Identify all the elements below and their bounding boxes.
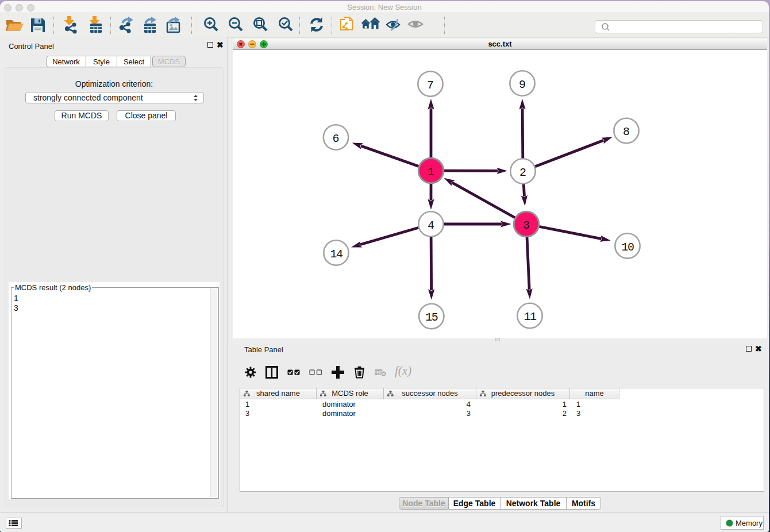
svg-text:15: 15 <box>425 311 438 324</box>
svg-text:4: 4 <box>428 219 434 232</box>
svg-text:11: 11 <box>523 310 537 323</box>
svg-text:6: 6 <box>332 132 339 145</box>
svg-text:7: 7 <box>427 79 434 92</box>
svg-text:2: 2 <box>519 166 526 179</box>
svg-text:14: 14 <box>330 248 342 261</box>
svg-text:9: 9 <box>519 78 526 91</box>
svg-text:10: 10 <box>621 241 634 254</box>
svg-text:3: 3 <box>523 219 530 232</box>
svg-text:8: 8 <box>623 125 630 138</box>
svg-text:1: 1 <box>428 165 434 179</box>
